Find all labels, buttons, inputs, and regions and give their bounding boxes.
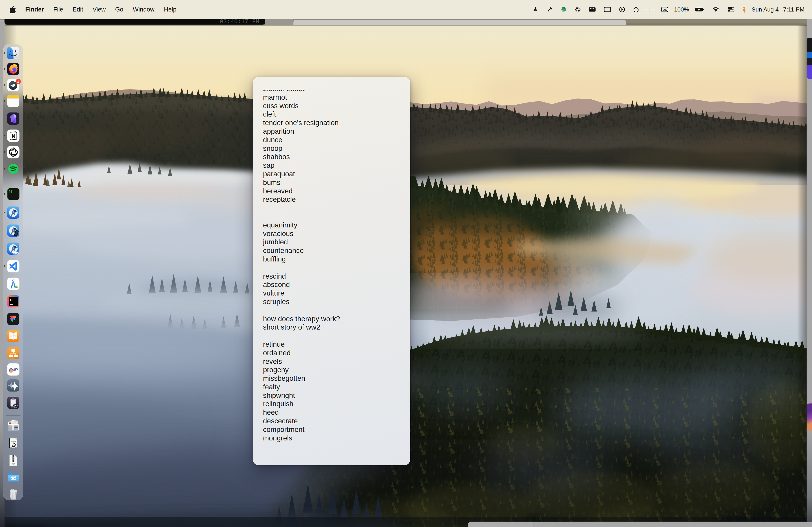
svg-text:YearCom: YearCom (11, 441, 16, 442)
svg-text:2023 ←|→ 2024: 2023 ←|→ 2024 (10, 447, 17, 448)
svg-text:$|: $| (9, 190, 12, 193)
svg-text:ZIP: ZIP (12, 463, 15, 465)
svg-text:US: US (663, 8, 667, 12)
svg-text:BETA: BETA (14, 252, 18, 254)
svg-text:WWDC.io: WWDC.io (11, 408, 16, 409)
svg-text:IJ: IJ (10, 298, 13, 302)
